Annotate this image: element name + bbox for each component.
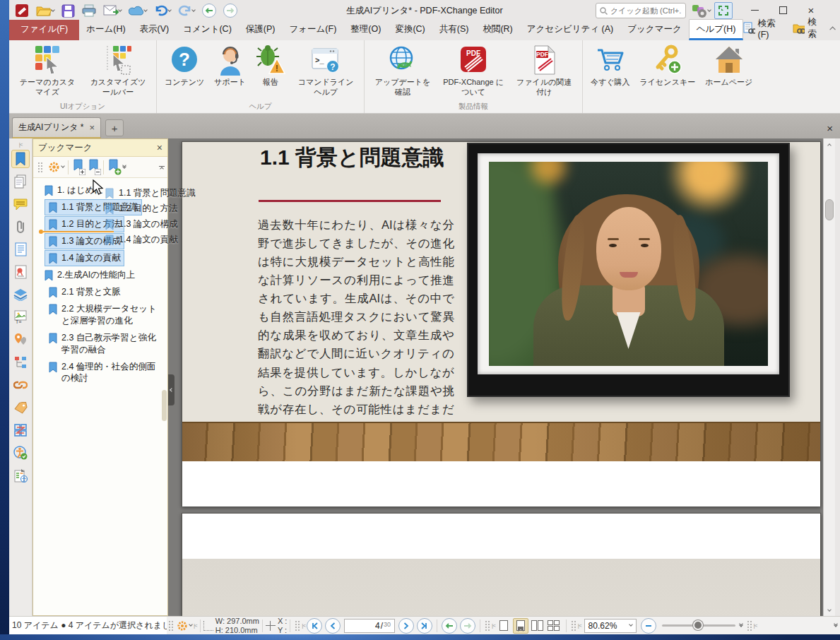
redo-button[interactable] — [177, 2, 196, 19]
status-options-button[interactable] — [177, 620, 192, 632]
tab-protect[interactable]: 保護(P) — [239, 20, 283, 40]
save-button[interactable] — [60, 2, 76, 19]
tab-organize[interactable]: 整理(O) — [343, 20, 388, 40]
scroll-down-icon[interactable] — [824, 605, 835, 616]
expand-all-bookmarks-button[interactable] — [72, 159, 84, 175]
continuous-view-button[interactable] — [513, 618, 528, 634]
about-button[interactable]: PDF PDF-XChange について — [438, 42, 509, 101]
support-button[interactable]: サポート — [209, 42, 251, 101]
new-tab-button[interactable]: + — [105, 119, 124, 136]
bookmarks-scrollbar-thumb[interactable] — [162, 390, 167, 421]
license-key-button[interactable]: ライセンスキー — [635, 42, 701, 111]
bookmark-item[interactable]: 2.1 背景と文脈 — [45, 284, 124, 300]
quick-launch-input[interactable] — [610, 6, 681, 15]
tab-home[interactable]: ホーム(H) — [79, 20, 132, 40]
sidebar-item-structure[interactable] — [11, 353, 30, 372]
ui-options-dropdown-icon[interactable] — [707, 8, 711, 12]
toolbar-drag-handle[interactable] — [37, 162, 43, 172]
bookmark-options-button[interactable] — [48, 161, 64, 173]
scrollbar-thumb[interactable] — [825, 199, 834, 220]
email-dropdown-icon[interactable] — [118, 8, 122, 12]
bookmark-item[interactable]: 2.2 大規模データセットと深層学習の進化 — [45, 301, 162, 329]
sidebar-item-tags[interactable] — [11, 398, 30, 417]
tab-bar-close-button[interactable]: × — [827, 122, 833, 134]
tab-convert[interactable]: 変換(C) — [388, 20, 432, 40]
page-number-field[interactable]: 4/30 — [344, 619, 395, 633]
ui-options-button[interactable] — [691, 3, 711, 18]
undo-dropdown-icon[interactable] — [167, 8, 172, 12]
bookmark-item[interactable]: 2.生成AIの性能向上 — [40, 267, 138, 283]
open-button[interactable] — [35, 2, 56, 19]
scroll-up-icon[interactable] — [824, 138, 835, 150]
theme-customize-button[interactable]: テーマのカスタマイズ — [12, 42, 83, 101]
document-tab-close-icon[interactable]: × — [89, 122, 95, 133]
sidebar-item-comments[interactable] — [11, 195, 30, 213]
zoom-level-field[interactable]: 80.62% — [584, 619, 637, 633]
history-back-button[interactable] — [202, 4, 216, 18]
zoom-more-icon[interactable] — [740, 624, 743, 627]
tab-form[interactable]: フォーム(F) — [282, 20, 343, 40]
tab-view[interactable]: 表示(V) — [133, 20, 177, 40]
search-document-button[interactable]: 検索 (F) — [743, 18, 786, 40]
previous-page-button[interactable] — [325, 618, 341, 634]
customize-toolbars-button[interactable]: カスタマイズツールバー — [83, 42, 153, 101]
quick-launch-box[interactable] — [596, 3, 686, 18]
print-button[interactable] — [81, 2, 97, 19]
cloud-button[interactable] — [127, 2, 148, 19]
redo-dropdown-icon[interactable] — [191, 8, 196, 12]
bookmarks-panel-close-icon[interactable]: × — [157, 142, 162, 153]
next-page-button[interactable] — [398, 618, 414, 634]
document-view[interactable]: 1.1 背景と問題意識 過去数十年にわたり、AIは様々な分野で進歩してきましたが… — [168, 138, 823, 616]
tab-accessibility[interactable]: アクセシビリティ (A) — [520, 20, 620, 40]
sidebar-item-signatures[interactable] — [11, 263, 30, 281]
help-contents-button[interactable]: ? コンテンツ — [160, 42, 209, 101]
toolbar-collapse-icon[interactable] — [159, 166, 165, 168]
tab-help[interactable]: ヘルプ(H) — [689, 19, 744, 40]
command-line-help-button[interactable]: >_? コマンドラインヘルプ — [290, 42, 361, 101]
sidebar-item-order[interactable] — [11, 421, 30, 439]
bookmark-item[interactable]: 2.4 倫理的・社会的側面の検討 — [45, 359, 162, 387]
fullscreen-button[interactable] — [714, 2, 733, 19]
document-tab-active[interactable]: 生成AIプリンタ * × — [12, 117, 101, 138]
collapse-all-bookmarks-button[interactable] — [88, 159, 100, 175]
view-back-button[interactable] — [442, 618, 457, 634]
sidebar-item-accessibility[interactable] — [11, 444, 30, 462]
sidebar-item-destinations[interactable] — [11, 331, 30, 349]
email-button[interactable] — [102, 2, 123, 19]
tab-review[interactable]: 校閲(R) — [475, 20, 519, 40]
open-dropdown-icon[interactable] — [51, 8, 55, 12]
search-folder-button[interactable]: 検索 — [793, 16, 823, 40]
file-association-button[interactable]: PDF ファイルの関連付け — [509, 42, 579, 101]
sidebar-item-links[interactable] — [11, 376, 30, 394]
view-forward-button[interactable] — [460, 618, 475, 634]
sidebar-item-fields[interactable] — [11, 240, 30, 259]
panel-collapse-handle[interactable] — [168, 374, 174, 405]
last-page-button[interactable] — [417, 618, 432, 634]
zoom-slider-thumb[interactable] — [693, 620, 703, 630]
status-overflow-icon[interactable] — [834, 624, 837, 627]
sidebar-collapse-icon[interactable]: |< — [19, 141, 23, 148]
document-scrollbar[interactable] — [823, 138, 835, 616]
collapse-ribbon-icon[interactable] — [829, 26, 835, 32]
homepage-button[interactable]: ホームページ — [700, 42, 757, 111]
bookmark-item-selected[interactable]: 1.4 論文の貢献 — [45, 250, 124, 266]
tab-file[interactable]: ファイル(F) — [9, 20, 79, 40]
sidebar-item-content[interactable]: T≡ — [11, 308, 30, 326]
first-page-button[interactable] — [307, 618, 322, 634]
tab-share[interactable]: 共有(S) — [432, 20, 476, 40]
cloud-dropdown-icon[interactable] — [143, 8, 148, 12]
sidebar-item-bookmarks[interactable] — [11, 150, 30, 168]
pdf-page-4[interactable]: 1.1 背景と問題意識 過去数十年にわたり、AIは様々な分野で進歩してきましたが… — [182, 141, 821, 506]
zoom-out-button[interactable] — [641, 618, 656, 634]
tab-bookmarks[interactable]: ブックマーク — [620, 20, 688, 40]
check-updates-button[interactable]: アップデートを確認 — [367, 42, 438, 101]
bug-report-button[interactable]: ! 報告 — [251, 42, 290, 101]
zoom-slider[interactable] — [662, 624, 735, 627]
new-bookmark-button[interactable] — [107, 159, 119, 175]
two-page-view-button[interactable] — [530, 618, 545, 634]
tab-comment[interactable]: コメント(C) — [176, 20, 239, 40]
history-forward-button[interactable] — [223, 4, 237, 18]
sidebar-item-accessibility-report[interactable] — [11, 466, 30, 485]
sidebar-item-thumbnails[interactable] — [11, 172, 30, 191]
pdf-page-5[interactable]: 1.2 目的と方法 — [182, 513, 821, 616]
